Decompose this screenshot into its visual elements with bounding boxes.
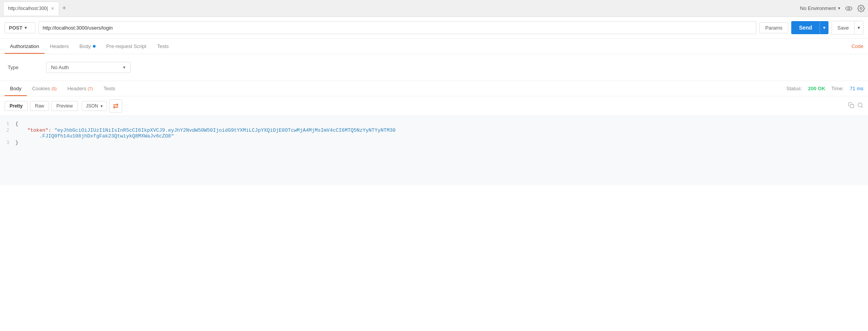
tab-pre-request[interactable]: Pre-request Script: [101, 39, 152, 54]
save-button[interactable]: Save: [832, 21, 854, 34]
tab-body-label: Body: [79, 43, 91, 49]
wrap-icon: ⇄: [113, 102, 119, 110]
response-toolbar: Pretty Raw Preview JSON ▾ ⇄: [0, 96, 868, 116]
save-button-group: Save ▾: [832, 21, 863, 35]
tab-authorization[interactable]: Authorization: [5, 39, 45, 54]
tab-authorization-label: Authorization: [10, 43, 39, 49]
preview-view-button[interactable]: Preview: [51, 101, 78, 111]
tab-tests-label: Tests: [157, 43, 168, 49]
eye-icon[interactable]: [845, 5, 853, 12]
tab-title: http://localhost:300|: [8, 6, 48, 11]
resp-tab-headers[interactable]: Headers (7): [62, 81, 98, 96]
send-button[interactable]: Send: [791, 21, 820, 34]
svg-point-1: [848, 7, 850, 9]
env-chevron-icon: ▾: [838, 6, 840, 11]
line-number-3: 3: [0, 140, 15, 146]
response-status-area: Status: 200 OK Time: 71 ms: [786, 86, 863, 91]
status-value: 200 OK: [808, 86, 825, 91]
code-line-2: 2 "token": "eyJhbGciOiJIUzI1NiIsInR5cCI6…: [0, 127, 868, 139]
request-bar: POST ▾ Params Send ▾ Save ▾: [0, 17, 868, 39]
code-content-2: "token": "eyJhbGciOiJIUzI1NiIsInR5cCI6Ik…: [15, 127, 396, 139]
auth-section: Type No Auth ▾: [0, 54, 868, 81]
format-chevron-icon: ▾: [101, 104, 103, 109]
svg-point-0: [846, 7, 852, 10]
environment-selector[interactable]: No Environment ▾: [800, 5, 840, 11]
response-tabs: Body Cookies (5) Headers (7) Tests Statu…: [0, 81, 868, 96]
resp-tab-cookies-label: Cookies: [32, 86, 50, 91]
line-number-1: 1: [0, 121, 15, 127]
format-selector[interactable]: JSON ▾: [82, 101, 107, 111]
tab-headers[interactable]: Headers: [45, 39, 74, 54]
method-label: POST: [9, 25, 22, 31]
request-tabs: Authorization Headers Body Pre-request S…: [0, 39, 868, 54]
gear-icon[interactable]: [857, 5, 865, 12]
auth-type-label: Type: [8, 65, 38, 70]
line-number-2: 2: [0, 127, 15, 133]
save-dropdown-button[interactable]: ▾: [854, 21, 863, 34]
tab-pre-request-label: Pre-request Script: [106, 43, 147, 49]
send-dropdown-button[interactable]: ▾: [820, 21, 828, 34]
svg-point-4: [858, 103, 862, 107]
auth-type-chevron-icon: ▾: [123, 65, 125, 70]
svg-rect-3: [850, 104, 854, 108]
format-label: JSON: [86, 103, 98, 109]
resp-tab-tests-label: Tests: [104, 86, 115, 91]
copy-icon[interactable]: [848, 102, 854, 110]
method-chevron-icon: ▾: [25, 25, 27, 30]
code-link[interactable]: Code: [851, 43, 863, 49]
method-selector[interactable]: POST ▾: [5, 22, 35, 33]
pretty-view-button[interactable]: Pretty: [5, 101, 28, 111]
time-label: Time:: [832, 86, 844, 91]
auth-type-selector[interactable]: No Auth ▾: [46, 62, 130, 73]
tab-tests[interactable]: Tests: [152, 39, 174, 54]
code-line-1: 1 {: [0, 121, 868, 127]
environment-label: No Environment: [800, 5, 836, 11]
resp-tab-tests[interactable]: Tests: [98, 81, 120, 96]
body-dot-indicator: [93, 45, 96, 48]
auth-type-value: No Auth: [51, 65, 69, 70]
code-content-3: }: [15, 140, 18, 146]
url-input[interactable]: [38, 21, 756, 34]
status-label: Status:: [786, 86, 802, 91]
tab-headers-label: Headers: [50, 43, 69, 49]
send-button-group: Send ▾: [791, 21, 828, 34]
toolbar-right-icons: [848, 102, 863, 110]
raw-view-button[interactable]: Raw: [30, 101, 49, 111]
response-section: Body Cookies (5) Headers (7) Tests Statu…: [0, 81, 868, 185]
headers-badge: (7): [87, 86, 92, 91]
code-content-1: {: [15, 121, 18, 127]
svg-line-5: [861, 106, 863, 108]
time-value: 71 ms: [850, 86, 863, 91]
resp-tab-body[interactable]: Body: [5, 81, 27, 96]
tab-body[interactable]: Body: [74, 39, 101, 54]
svg-point-2: [860, 7, 862, 9]
auth-type-row: Type No Auth ▾: [8, 62, 860, 73]
tab-bar-right: No Environment ▾: [800, 5, 865, 12]
cookies-badge: (5): [51, 86, 56, 91]
tab-bar: http://localhost:300| × + No Environment…: [0, 0, 868, 17]
resp-tab-body-label: Body: [10, 86, 21, 91]
code-line-3: 3 }: [0, 139, 868, 146]
add-tab-button[interactable]: +: [59, 2, 69, 15]
close-tab-icon[interactable]: ×: [51, 5, 54, 12]
wrap-button[interactable]: ⇄: [109, 99, 122, 113]
params-button[interactable]: Params: [759, 22, 788, 33]
search-icon[interactable]: [857, 102, 863, 110]
resp-tab-headers-label: Headers: [68, 86, 86, 91]
active-tab[interactable]: http://localhost:300| ×: [3, 2, 59, 15]
resp-tab-cookies[interactable]: Cookies (5): [27, 81, 62, 96]
response-code-area: 1 { 2 "token": "eyJhbGciOiJIUzI1NiIsInR5…: [0, 116, 868, 185]
